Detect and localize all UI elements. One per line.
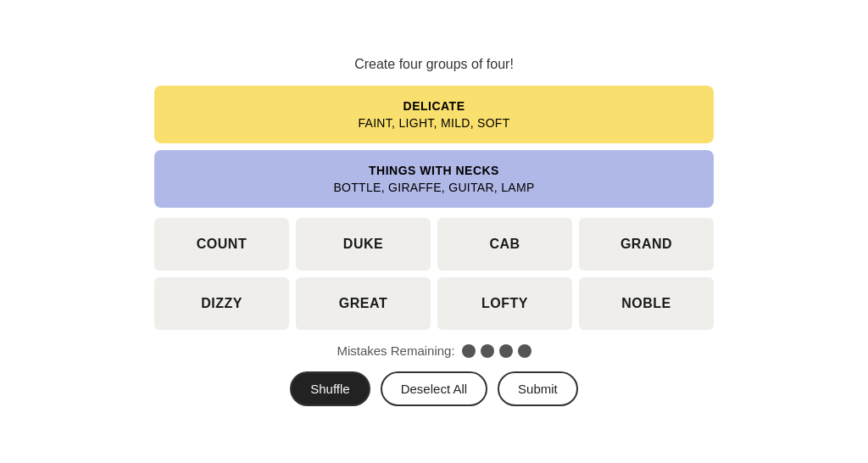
instruction: Create four groups of four! <box>354 57 514 72</box>
mistake-dots <box>462 344 531 358</box>
solved-groups-container: DELICATEFAINT, LIGHT, MILD, SOFTTHINGS W… <box>154 86 714 208</box>
solved-group-label: DELICATE <box>171 99 697 113</box>
word-cell[interactable]: NOBLE <box>579 277 714 330</box>
word-cell[interactable]: LOFTY <box>437 277 572 330</box>
solved-group-words: FAINT, LIGHT, MILD, SOFT <box>171 116 697 130</box>
shuffle-button[interactable]: Shuffle <box>290 371 370 406</box>
word-cell[interactable]: GREAT <box>296 277 431 330</box>
buttons-row: Shuffle Deselect All Submit <box>290 371 578 406</box>
word-cell[interactable]: COUNT <box>154 218 289 271</box>
mistake-dot <box>462 344 476 358</box>
deselect-all-button[interactable]: Deselect All <box>381 371 487 406</box>
mistake-dot <box>481 344 494 358</box>
submit-button[interactable]: Submit <box>498 371 578 406</box>
word-cell[interactable]: CAB <box>437 218 572 271</box>
word-cell[interactable]: DUKE <box>296 218 431 271</box>
solved-group-label: THINGS WITH NECKS <box>171 164 697 177</box>
word-cell[interactable]: GRAND <box>579 218 714 271</box>
mistake-dot <box>518 344 531 358</box>
solved-group-yellow: DELICATEFAINT, LIGHT, MILD, SOFT <box>154 86 714 143</box>
solved-group-purple: THINGS WITH NECKSBOTTLE, GIRAFFE, GUITAR… <box>154 150 714 208</box>
mistakes-row: Mistakes Remaining: <box>337 343 531 358</box>
word-grid: COUNTDUKECABGRANDDIZZYGREATLOFTYNOBLE <box>154 218 714 330</box>
solved-group-words: BOTTLE, GIRAFFE, GUITAR, LAMP <box>171 181 697 194</box>
mistakes-label: Mistakes Remaining: <box>337 343 454 358</box>
game-container: Create four groups of four! DELICATEFAIN… <box>154 57 714 406</box>
word-cell[interactable]: DIZZY <box>154 277 289 330</box>
mistake-dot <box>499 344 513 358</box>
